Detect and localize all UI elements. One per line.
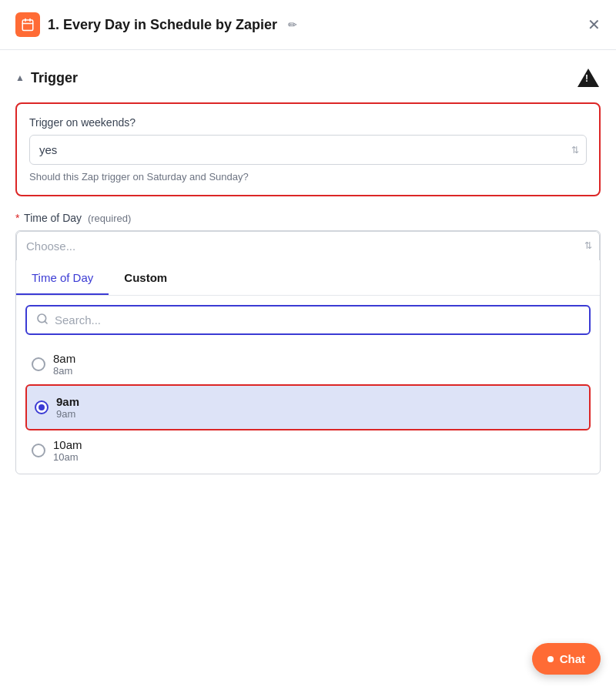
tab-time-of-day[interactable]: Time of Day (16, 260, 109, 295)
chat-dot-icon (547, 656, 554, 662)
weekend-field-label: Trigger on weekends? (29, 116, 587, 129)
list-item-10am-text: 10am 10am (53, 438, 82, 463)
trigger-label: Trigger (31, 70, 78, 86)
list-item[interactable]: 8am 8am (25, 344, 591, 384)
trigger-title[interactable]: ▲ Trigger (15, 70, 78, 86)
chat-button-label: Chat (560, 652, 585, 665)
required-tag: (required) (88, 213, 131, 224)
dropdown-panel: Choose... ⇅ Time of Day Custom (15, 230, 601, 474)
page-title: 1. Every Day in Schedule by Zapier (48, 17, 277, 33)
edit-icon[interactable]: ✏ (288, 18, 297, 31)
close-button[interactable]: ✕ (588, 17, 601, 32)
list-item-9am-sub: 9am (56, 408, 79, 420)
tab-custom-label: Custom (124, 271, 167, 284)
time-of-day-label: * Time of Day (required) (15, 212, 601, 224)
list-item-8am-text: 8am 8am (53, 352, 75, 377)
weekend-field-hint: Should this Zap trigger on Saturday and … (29, 171, 587, 183)
weekend-select-wrapper: yes no ⇅ (29, 135, 587, 165)
list-item-10am-sub: 10am (53, 451, 82, 463)
list-item-10am-main: 10am (53, 438, 82, 451)
time-options-list: 8am 8am 9am 9am 10am (16, 341, 600, 474)
time-of-day-section: * Time of Day (required) Choose... ⇅ Tim… (15, 212, 601, 474)
required-star: * (15, 212, 19, 224)
list-item-9am-main: 9am (56, 395, 79, 408)
list-item-8am-main: 8am (53, 352, 75, 365)
tab-custom[interactable]: Custom (109, 260, 182, 295)
tabs-container: Time of Day Custom (16, 260, 600, 296)
warning-triangle-icon (578, 69, 599, 87)
header-left: 1. Every Day in Schedule by Zapier ✏ (15, 12, 297, 37)
list-item-9am-text: 9am 9am (56, 395, 79, 420)
list-item[interactable]: 9am 9am (25, 384, 591, 430)
warning-icon (576, 65, 601, 90)
search-container (16, 296, 600, 341)
tab-time-of-day-label: Time of Day (32, 271, 93, 284)
radio-8am (32, 357, 45, 371)
weekend-select[interactable]: yes no (29, 135, 587, 165)
svg-line-5 (45, 321, 47, 323)
time-of-day-select[interactable]: Choose... (16, 231, 600, 260)
time-of-day-label-text: Time of Day (24, 212, 82, 224)
list-item-8am-sub: 8am (53, 365, 75, 377)
search-icon (36, 313, 49, 327)
choose-select-wrapper: Choose... ⇅ (16, 231, 600, 260)
radio-9am (35, 400, 49, 414)
weekend-field-section: Trigger on weekends? yes no ⇅ Should thi… (15, 102, 601, 196)
form-content: Trigger on weekends? yes no ⇅ Should thi… (0, 102, 616, 474)
search-input[interactable] (55, 313, 580, 327)
svg-rect-0 (22, 20, 33, 31)
search-box (25, 305, 591, 335)
collapse-icon: ▲ (15, 72, 25, 83)
schedule-icon (15, 12, 40, 37)
radio-10am (32, 444, 45, 457)
chat-button[interactable]: Chat (532, 643, 601, 675)
list-item[interactable]: 10am 10am (25, 430, 591, 471)
header: 1. Every Day in Schedule by Zapier ✏ ✕ (0, 0, 616, 50)
trigger-section-header: ▲ Trigger (0, 50, 616, 102)
